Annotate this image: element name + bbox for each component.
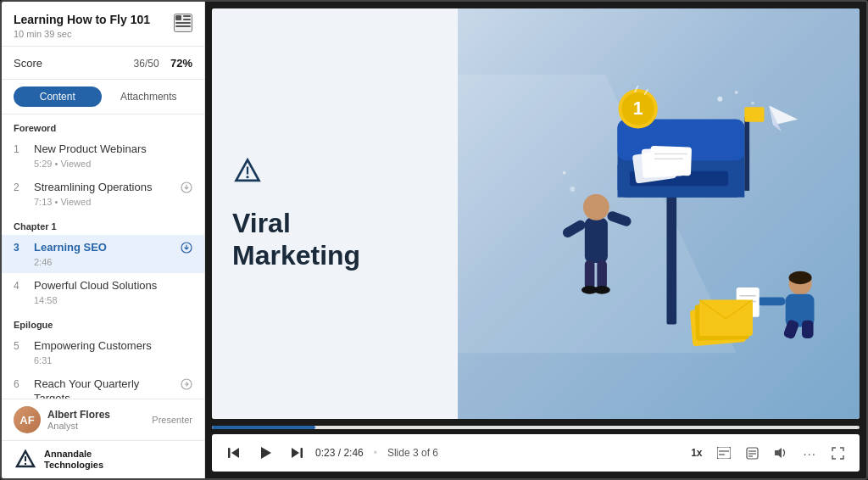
slide-area: ViralMarketing <box>212 8 860 419</box>
skip-back-button[interactable] <box>224 444 244 461</box>
company-name: Annandale <box>44 449 103 460</box>
company-logo-icon <box>14 448 37 472</box>
slide-title: ViralMarketing <box>232 207 437 272</box>
svg-point-43 <box>789 271 812 284</box>
link-icon <box>181 378 192 393</box>
skip-forward-button[interactable] <box>287 444 307 461</box>
svg-rect-39 <box>598 260 608 289</box>
lesson-item-6[interactable]: 6 Reach Your Quarterly Targets 7:19 <box>2 371 204 399</box>
lesson-item-1[interactable]: 1 New Product Webinars 5:29 • Viewed <box>2 137 204 175</box>
speed-button[interactable]: 1x <box>687 445 705 460</box>
score-label: Score <box>14 57 42 70</box>
svg-point-57 <box>563 171 566 175</box>
company-name2: Technologies <box>44 460 103 471</box>
course-duration: 10 min 39 sec <box>14 29 150 39</box>
svg-rect-4 <box>175 25 191 27</box>
lesson-item-2[interactable]: 2 Streamlining Operations 7:13 • Viewed <box>2 175 204 213</box>
svg-point-41 <box>594 286 610 294</box>
presenter-label: Presenter <box>152 415 192 425</box>
score-value: 36/50 <box>134 58 159 70</box>
avatar: AF <box>14 406 41 433</box>
score-row: Score 36/50 72% <box>2 47 204 80</box>
svg-rect-20 <box>745 117 750 191</box>
svg-point-35 <box>583 194 609 220</box>
sidebar: Learning How to Fly 101 10 min 39 sec Sc… <box>2 2 205 478</box>
svg-rect-15 <box>667 181 677 324</box>
section-chapter1: Chapter 1 <box>2 213 204 235</box>
svg-rect-59 <box>228 448 231 458</box>
score-pct: 72% <box>170 57 192 70</box>
svg-marker-71 <box>775 448 782 458</box>
subtitle-button[interactable] <box>714 445 734 460</box>
svg-rect-50 <box>802 321 814 338</box>
progress-fill <box>212 426 315 429</box>
svg-text:1: 1 <box>633 98 643 119</box>
lesson-list: Foreword 1 New Product Webinars 5:29 • V… <box>2 114 204 399</box>
lesson-item-5[interactable]: 5 Empowering Customers 6:31 <box>2 333 204 371</box>
progress-track[interactable] <box>212 426 860 429</box>
sidebar-header: Learning How to Fly 101 10 min 39 sec <box>2 2 204 47</box>
more-options-button[interactable]: ··· <box>799 444 820 462</box>
layout-toggle-button[interactable] <box>174 14 192 32</box>
svg-rect-29 <box>650 146 692 176</box>
svg-point-58 <box>570 187 576 192</box>
lesson-item-3[interactable]: 3 Learning SEO 2:46 <box>2 235 204 273</box>
svg-rect-34 <box>585 218 608 263</box>
play-button[interactable] <box>253 444 278 462</box>
lesson-item-4[interactable]: 4 Powerful Cloud Solutions 14:58 <box>2 273 204 311</box>
slide-illustration: 1 <box>458 8 860 419</box>
tab-content[interactable]: Content <box>14 87 102 107</box>
volume-button[interactable] <box>771 445 791 460</box>
course-title: Learning How to Fly 101 <box>14 12 150 27</box>
fullscreen-button[interactable] <box>828 445 848 461</box>
svg-point-54 <box>718 97 723 102</box>
time-display: 0:23 / 2:46 <box>315 447 364 459</box>
presenter-info: AF Albert Flores Analyst <box>14 406 110 433</box>
slide-illustration-panel: 1 <box>458 8 860 419</box>
svg-rect-2 <box>183 19 191 20</box>
svg-rect-3 <box>175 22 191 24</box>
svg-rect-45 <box>757 298 786 306</box>
player-controls: 0:23 / 2:46 • Slide 3 of 6 1x ··· <box>212 434 860 472</box>
section-foreword: Foreword <box>2 114 204 137</box>
svg-rect-63 <box>301 448 303 458</box>
svg-point-56 <box>751 102 754 105</box>
svg-marker-62 <box>292 448 299 458</box>
download-icon <box>181 181 192 196</box>
notes-button[interactable] <box>743 445 762 461</box>
sidebar-footer: AF Albert Flores Analyst Presenter Annan… <box>2 399 204 478</box>
svg-point-13 <box>246 176 248 178</box>
slide-indicator: Slide 3 of 6 <box>387 447 438 459</box>
svg-rect-1 <box>183 15 191 17</box>
content-tabs: Content Attachments <box>2 80 204 114</box>
section-epilogue: Epilogue <box>2 311 204 333</box>
main-content: ViralMarketing <box>205 2 866 478</box>
slide-logo <box>232 156 437 190</box>
download-active-icon <box>181 242 192 256</box>
tab-attachments[interactable]: Attachments <box>105 87 193 107</box>
svg-marker-60 <box>231 448 239 458</box>
svg-point-10 <box>25 463 26 465</box>
svg-marker-61 <box>261 447 271 459</box>
presenter-name: Albert Flores <box>47 409 110 421</box>
presenter-role: Analyst <box>47 421 110 431</box>
svg-rect-38 <box>585 260 595 289</box>
svg-rect-21 <box>745 107 765 121</box>
svg-rect-64 <box>717 447 731 459</box>
svg-rect-0 <box>175 15 181 20</box>
svg-point-55 <box>735 91 738 94</box>
slide-text-panel: ViralMarketing <box>212 8 458 419</box>
progress-bar-wrapper[interactable] <box>212 424 860 429</box>
